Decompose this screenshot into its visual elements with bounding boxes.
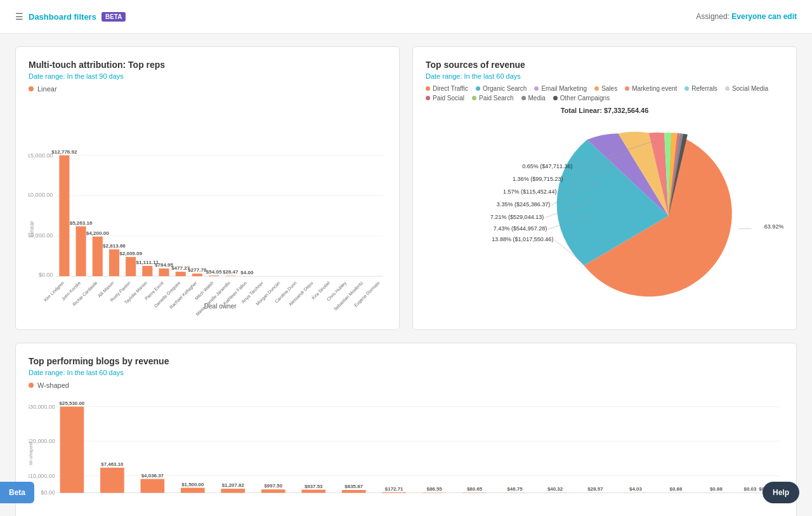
svg-text:$10,000.00: $10,000.00 bbox=[29, 473, 55, 479]
bar-mitch bbox=[209, 275, 219, 276]
svg-text:$46.75: $46.75 bbox=[507, 486, 523, 492]
svg-text:0.65% ($47,711.36): 0.65% ($47,711.36) bbox=[522, 163, 572, 169]
legend-label-marketing-event: Marketing event bbox=[632, 85, 677, 92]
svg-text:$2,813.66: $2,813.66 bbox=[103, 243, 126, 249]
blog-bar-4 bbox=[181, 488, 205, 493]
legend-label-social: Social Media bbox=[732, 85, 768, 92]
legend-dot-social bbox=[725, 86, 730, 91]
svg-text:$26.47: $26.47 bbox=[223, 269, 239, 275]
legend-email-marketing: Email Marketing bbox=[534, 85, 587, 92]
bar-richie bbox=[93, 237, 103, 276]
card-blogs-legend: W-shaped bbox=[29, 381, 783, 389]
svg-text:$835.87: $835.87 bbox=[344, 484, 363, 489]
svg-text:$0.88: $0.88 bbox=[710, 487, 723, 493]
pie-total: Total Linear: $7,332,564.46 bbox=[426, 107, 783, 114]
svg-text:$30,000.00: $30,000.00 bbox=[29, 404, 55, 410]
svg-text:$86.55: $86.55 bbox=[427, 486, 443, 492]
svg-text:Sebastian Mosfentz: Sebastian Mosfentz bbox=[333, 281, 364, 312]
legend-media: Media bbox=[521, 95, 546, 102]
blog-bar-9 bbox=[382, 493, 406, 493]
pie-chart-svg: 13.88% ($1,017,550.46) 7.43% ($544,957.2… bbox=[426, 117, 783, 315]
legend-dot-direct bbox=[426, 86, 430, 91]
hamburger-icon[interactable]: ☰ bbox=[15, 11, 23, 22]
bar-taylolie bbox=[142, 266, 152, 276]
help-button[interactable]: Help bbox=[763, 482, 799, 503]
svg-text:$0.00: $0.00 bbox=[39, 272, 53, 278]
svg-text:$54.05: $54.05 bbox=[206, 269, 222, 275]
legend-paid-social: Paid Social bbox=[426, 95, 464, 102]
svg-text:$25,530.00: $25,530.00 bbox=[60, 400, 85, 406]
legend-dot-organic bbox=[476, 86, 480, 91]
svg-text:$937.53: $937.53 bbox=[304, 484, 323, 489]
svg-text:$10,000.00: $10,000.00 bbox=[29, 192, 53, 198]
svg-text:$1,500.00: $1,500.00 bbox=[181, 482, 204, 487]
blog-bar-2 bbox=[100, 468, 124, 493]
legend-dot-other bbox=[553, 96, 558, 100]
bar-rusty bbox=[126, 257, 136, 276]
charts-row-top: Multi-touch attribution: Top reps Date r… bbox=[15, 46, 797, 330]
svg-text:$15,000.00: $15,000.00 bbox=[29, 152, 53, 159]
legend-label-direct: Direct Traffic bbox=[433, 85, 468, 92]
card-blogs: Top performing blogs by revenue Date ran… bbox=[15, 343, 797, 516]
bar-chart-blogs: $30,000.00 $20,000.00 $10,000.00 $0.00 W… bbox=[29, 397, 783, 511]
svg-text:$1,207.82: $1,207.82 bbox=[222, 482, 245, 488]
card-revenue-sources: Top sources of revenue Date range: In th… bbox=[412, 46, 797, 330]
blog-bar-6 bbox=[261, 489, 285, 493]
svg-text:$997.50: $997.50 bbox=[264, 483, 282, 489]
svg-text:7.21% ($529,044.13): 7.21% ($529,044.13) bbox=[490, 214, 544, 220]
legend-label-organic: Organic Search bbox=[483, 85, 527, 92]
svg-text:63.92% ($4,687,233.79): 63.92% ($4,687,233.79) bbox=[764, 223, 783, 230]
svg-text:13.88% ($1,017,550.46): 13.88% ($1,017,550.46) bbox=[492, 236, 553, 242]
legend-label-referrals: Referrals bbox=[691, 85, 717, 92]
svg-text:Deal owner: Deal owner bbox=[204, 303, 237, 310]
svg-text:$4.03: $4.03 bbox=[629, 487, 642, 493]
bar-chart-1: $15,000.00 $10,000.00 $5,000.00 $0.00 Li… bbox=[29, 100, 386, 357]
legend-label-paid-social: Paid Social bbox=[433, 95, 464, 102]
legend-direct-traffic: Direct Traffic bbox=[426, 85, 468, 92]
legend-dot-media bbox=[521, 96, 526, 100]
pie-chart-wrapper: Total Linear: $7,332,564.46 bbox=[426, 107, 783, 317]
blog-bar-1 bbox=[60, 407, 84, 493]
legend-marketing-event: Marketing event bbox=[625, 85, 677, 92]
assigned-label: Assigned: bbox=[696, 12, 730, 21]
legend-label-wshaped: W-shaped bbox=[37, 381, 69, 389]
svg-text:1.36% ($99,715.23): 1.36% ($99,715.23) bbox=[513, 176, 563, 182]
svg-text:$5,263.16: $5,263.16 bbox=[70, 220, 93, 226]
bar-danielle bbox=[176, 272, 186, 276]
svg-text:3.35% ($245,386.37): 3.35% ($245,386.37) bbox=[497, 201, 551, 208]
blog-bar-8 bbox=[342, 490, 366, 493]
bar-maria bbox=[225, 276, 235, 277]
svg-text:1.57% ($115,452.44): 1.57% ($115,452.44) bbox=[503, 189, 557, 195]
bar-john bbox=[76, 227, 86, 277]
svg-text:$0.00: $0.00 bbox=[41, 490, 55, 496]
legend-label-linear: Linear bbox=[37, 85, 57, 93]
beta-button[interactable]: Beta bbox=[0, 482, 34, 503]
svg-text:$0.88: $0.88 bbox=[670, 487, 683, 493]
svg-text:$0.03: $0.03 bbox=[744, 487, 757, 493]
legend-social-media: Social Media bbox=[725, 85, 768, 92]
edit-permission-label[interactable]: Everyone can edit bbox=[731, 12, 797, 21]
svg-text:$277.78: $277.78 bbox=[188, 267, 207, 273]
svg-text:$12,776.92: $12,776.92 bbox=[51, 149, 77, 155]
legend-sales: Sales bbox=[594, 85, 617, 92]
blog-bar-5 bbox=[221, 489, 245, 493]
svg-text:$2,009.09: $2,009.09 bbox=[119, 251, 142, 256]
dashboard-filters-link[interactable]: Dashboard filters bbox=[29, 12, 96, 22]
legend-label-other: Other Campaigns bbox=[560, 95, 610, 102]
svg-text:$784.95: $784.95 bbox=[155, 262, 174, 268]
svg-text:$28.57: $28.57 bbox=[587, 486, 603, 492]
legend-dot-paid-search bbox=[472, 96, 476, 100]
card-multitouch-title: Multi-touch attribution: Top reps bbox=[29, 60, 386, 70]
svg-text:$4,036.37: $4,036.37 bbox=[141, 473, 164, 479]
legend-dot-email bbox=[534, 86, 539, 91]
legend-dot-linear bbox=[29, 86, 34, 91]
legend-dot-paid-social bbox=[426, 96, 430, 100]
svg-text:$7,463.10: $7,463.10 bbox=[101, 461, 124, 467]
svg-text:W-shaped: W-shaped bbox=[29, 442, 34, 465]
bar-alli bbox=[109, 249, 119, 276]
svg-text:$4.00: $4.00 bbox=[240, 270, 254, 275]
card-revenue-date: Date range: In the last 60 days bbox=[426, 72, 783, 80]
legend-dot-sales bbox=[594, 86, 599, 91]
legend-dot-marketing-event bbox=[625, 86, 629, 91]
svg-text:$80.65: $80.65 bbox=[467, 486, 483, 492]
